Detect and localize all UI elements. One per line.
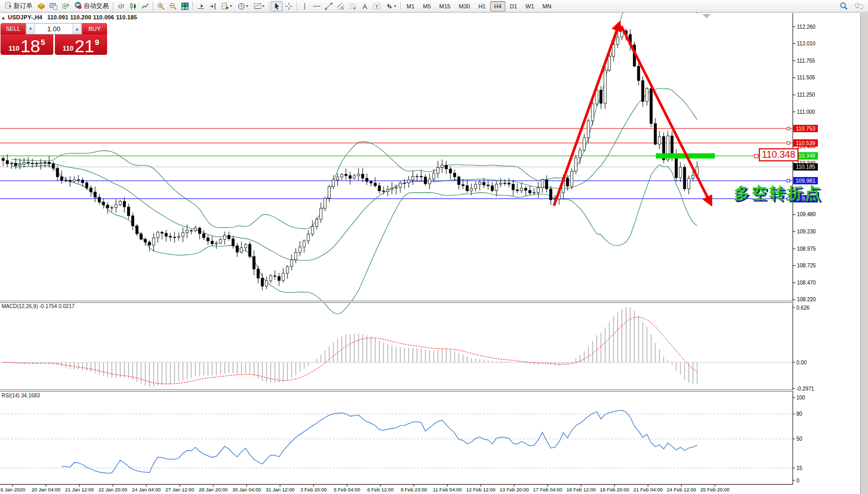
crosshair-button[interactable] bbox=[283, 1, 295, 11]
price-callout[interactable]: 110.348 bbox=[759, 148, 798, 161]
arrows-button[interactable]: ▾ bbox=[383, 1, 399, 11]
tab-timeframe-mn[interactable]: MN bbox=[539, 1, 555, 11]
pane-splitter[interactable] bbox=[0, 301, 793, 303]
new-order-button[interactable]: 新订单 bbox=[2, 1, 35, 11]
tab-timeframe-w1[interactable]: W1 bbox=[522, 1, 538, 11]
candle-body bbox=[654, 124, 657, 145]
trendline-button[interactable] bbox=[322, 1, 334, 11]
auto-scroll-button[interactable] bbox=[194, 1, 206, 11]
autotrading-button[interactable]: 自动交易 bbox=[71, 1, 111, 11]
tab-timeframe-m30[interactable]: M30 bbox=[455, 1, 473, 11]
symbol-name: USDJPY-,H4 bbox=[8, 14, 42, 20]
candle-body bbox=[123, 202, 126, 207]
tab-timeframe-d1[interactable]: D1 bbox=[506, 1, 521, 11]
candle-body bbox=[550, 189, 552, 200]
volume-up-button[interactable]: ▲ bbox=[73, 23, 82, 34]
bollinger-band bbox=[11, 0, 697, 229]
pane-splitter[interactable] bbox=[0, 390, 793, 392]
zoom-out-button[interactable] bbox=[167, 1, 179, 11]
date-tick-label: 18 Feb 12:00 bbox=[566, 487, 596, 492]
candle-body bbox=[278, 276, 281, 280]
date-tick-label: 30 Jan 04:00 bbox=[233, 487, 261, 492]
candle-body bbox=[115, 205, 118, 208]
data-window-icon[interactable] bbox=[47, 1, 59, 11]
candle-body bbox=[153, 238, 155, 245]
tile-windows-button[interactable] bbox=[179, 1, 191, 11]
turning-point-annotation[interactable]: 多空转折点 bbox=[734, 183, 823, 204]
tab-timeframe-m5[interactable]: M5 bbox=[419, 1, 434, 11]
level-anchor-square[interactable] bbox=[787, 127, 790, 130]
volume-input[interactable]: 1.00 bbox=[35, 23, 73, 34]
level-anchor-square[interactable] bbox=[787, 142, 790, 144]
symbol-info: ▴ USDJPY-,H4 110.091 110.200 110.006 110… bbox=[2, 14, 137, 20]
candle-body bbox=[190, 230, 193, 231]
templates-button[interactable]: ▾ bbox=[251, 1, 267, 11]
candle-body bbox=[144, 239, 147, 242]
candle-body bbox=[462, 185, 465, 186]
candle-body bbox=[228, 235, 230, 239]
search-icon[interactable] bbox=[838, 1, 850, 11]
candle-body bbox=[307, 234, 310, 241]
tab-timeframe-m1[interactable]: M1 bbox=[403, 1, 418, 11]
date-tick-label: 24 Feb 12:00 bbox=[667, 487, 696, 492]
periods-button[interactable]: ▾ bbox=[235, 1, 251, 11]
zoom-in-button[interactable] bbox=[155, 1, 167, 11]
candle-body bbox=[157, 232, 159, 238]
candle-body bbox=[194, 228, 197, 231]
toolbar-separator bbox=[296, 2, 297, 10]
buy-button[interactable]: BUY bbox=[82, 23, 107, 34]
candle-body bbox=[412, 177, 414, 180]
candle-body bbox=[658, 136, 661, 144]
candle-body bbox=[253, 256, 256, 269]
text-button[interactable]: A bbox=[358, 1, 371, 11]
chart-canvas[interactable]: 112.260112.010111.755111.505111.250111.0… bbox=[0, 0, 868, 494]
candle-body bbox=[650, 89, 653, 124]
trend-arrow[interactable] bbox=[554, 23, 619, 206]
fibonacci-button[interactable]: F bbox=[346, 1, 358, 11]
candle-body bbox=[140, 234, 143, 239]
indicators-button[interactable]: ▾ bbox=[218, 1, 235, 11]
market-watch-icon[interactable] bbox=[35, 1, 47, 11]
chart-shift-marker[interactable] bbox=[702, 14, 711, 18]
sell-price[interactable]: 110185 bbox=[1, 34, 53, 55]
date-tick-label: 27 Jan 12:00 bbox=[166, 487, 194, 492]
trend-arrow[interactable] bbox=[621, 26, 711, 204]
candle-body bbox=[592, 104, 594, 121]
tab-timeframe-m15[interactable]: M15 bbox=[436, 1, 454, 11]
date-tick-label: 25 Feb 20:00 bbox=[700, 487, 730, 492]
tab-timeframe-h4[interactable]: H4 bbox=[490, 1, 505, 11]
tab-timeframe-h1[interactable]: H1 bbox=[474, 1, 489, 11]
signals-icon[interactable] bbox=[59, 1, 71, 11]
candle-body bbox=[508, 183, 511, 184]
level-anchor-square[interactable] bbox=[787, 179, 790, 182]
vertical-line-button[interactable] bbox=[298, 1, 310, 11]
cursor-button[interactable] bbox=[271, 1, 283, 11]
equidistant-channel-button[interactable]: E bbox=[334, 1, 346, 11]
candle-body bbox=[186, 230, 189, 232]
candle-body bbox=[617, 37, 619, 44]
chart-shift-button[interactable] bbox=[206, 1, 218, 11]
price-tick-label: 109.480 bbox=[797, 211, 816, 217]
candle-body bbox=[437, 167, 439, 173]
bar-chart-button[interactable] bbox=[115, 1, 127, 11]
buy-price[interactable]: 110219 bbox=[55, 34, 108, 55]
candle-body bbox=[566, 178, 569, 186]
candlestick-button[interactable] bbox=[127, 1, 139, 11]
candle-body bbox=[403, 183, 406, 183]
horizontal-line-button[interactable] bbox=[310, 1, 322, 11]
candle-body bbox=[483, 182, 485, 185]
line-chart-button[interactable] bbox=[139, 1, 151, 11]
date-tick-label: 5 Feb 04:00 bbox=[334, 487, 361, 492]
chat-icon[interactable] bbox=[853, 1, 865, 11]
candle-body bbox=[525, 188, 527, 190]
toolbar-separator bbox=[153, 2, 153, 10]
symbol-ohlc: 110.091 110.200 110.006 110.185 bbox=[47, 14, 137, 20]
candle-body bbox=[102, 202, 105, 205]
volume-down-button[interactable]: ▼ bbox=[26, 23, 35, 34]
text-label-button[interactable]: T bbox=[371, 1, 383, 11]
candle-body bbox=[684, 167, 686, 189]
date-tick-label: 21 Feb 04:00 bbox=[633, 487, 663, 492]
candle-body bbox=[500, 183, 502, 184]
sell-button[interactable]: SELL bbox=[1, 23, 26, 34]
candle-body bbox=[44, 162, 47, 163]
